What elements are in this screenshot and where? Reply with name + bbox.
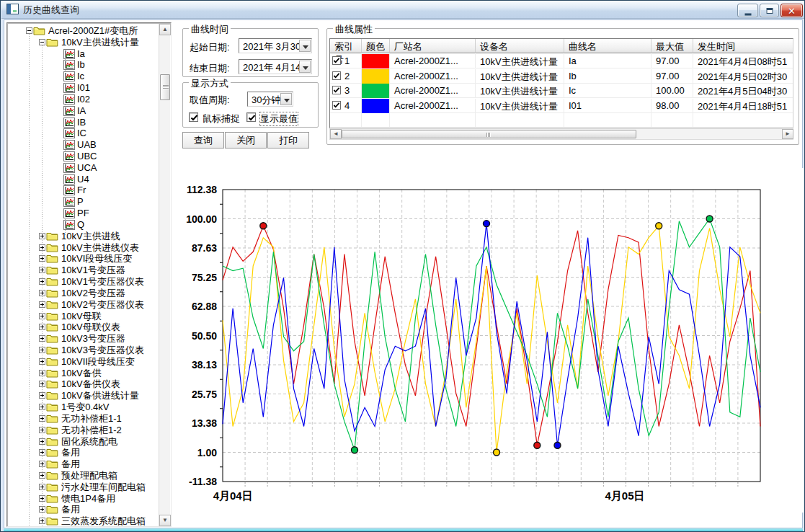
tree-item-备用[interactable]: 备用 — [7, 447, 159, 458]
scroll-right-arrow[interactable]: ► — [782, 129, 793, 139]
column-header-曲线名[interactable]: 曲线名 — [564, 39, 651, 53]
tree-item-IB[interactable]: IB — [7, 117, 159, 128]
tree-item-备用[interactable]: 备用 — [7, 504, 159, 515]
expand-plus-icon[interactable] — [39, 449, 45, 456]
table-row[interactable]: 2Acrel-2000Z1...10kV主供进线计量Ib97.002021年4月… — [330, 69, 793, 84]
expand-plus-icon[interactable] — [39, 255, 45, 262]
end-date-combobox[interactable]: 2021年 4月14 — [239, 59, 312, 74]
tree-item-UCA[interactable]: UCA — [7, 162, 159, 174]
tree-item-1号变0.4kV[interactable]: 1号变0.4kV — [7, 402, 159, 413]
expand-plus-icon[interactable] — [39, 335, 45, 342]
column-header-厂站名[interactable]: 厂站名 — [390, 39, 476, 53]
table-row[interactable]: 4Acrel-2000Z1...10kV主供进线计量I0198.002021年4… — [330, 99, 793, 113]
maximize-button[interactable] — [760, 4, 779, 17]
tree-item-10kV2号变压器[interactable]: 10kV2号变压器 — [7, 288, 159, 299]
tree-item-预处理配电箱[interactable]: 预处理配电箱 — [7, 470, 159, 482]
tree-item-10kV主供进线计量[interactable]: 10kV主供进线计量 — [7, 37, 159, 48]
tree-item-10kV3号变压器仪表[interactable]: 10kV3号变压器仪表 — [7, 345, 159, 356]
column-header-索引号[interactable]: 索引号 — [330, 39, 362, 53]
tree-item-馈电1P4备用[interactable]: 馈电1P4备用 — [7, 493, 159, 505]
expand-plus-icon[interactable] — [39, 461, 45, 467]
scroll-down-arrow[interactable]: ▼ — [159, 515, 171, 526]
mouse-capture-checkbox[interactable] — [189, 112, 198, 122]
query-button[interactable]: 查询 — [182, 132, 224, 148]
tree-item-固化系统配电[interactable]: 固化系统配电 — [7, 436, 159, 448]
expand-plus-icon[interactable] — [39, 290, 45, 296]
expand-plus-icon[interactable] — [39, 301, 45, 308]
show-extremes-label[interactable]: 显示最值 — [260, 112, 298, 125]
row-checkbox[interactable] — [332, 101, 341, 110]
tree-item-PF[interactable]: PF — [7, 208, 159, 219]
tree-scrollbar-thumb[interactable] — [160, 74, 170, 100]
scroll-left-arrow[interactable]: ◄ — [330, 129, 342, 139]
tree-item-UBC[interactable]: UBC — [7, 151, 159, 162]
close-button[interactable]: ✕ — [780, 4, 803, 17]
tree-item-10kV母联仪表[interactable]: 10kV母联仪表 — [7, 322, 159, 333]
expand-plus-icon[interactable] — [39, 404, 45, 410]
tree-item-10kV备供[interactable]: 10kV备供 — [7, 368, 159, 379]
tree-item-P[interactable]: P — [7, 196, 159, 208]
row-checkbox[interactable] — [332, 86, 341, 94]
table-row[interactable]: 3Acrel-2000Z1...10kV主供进线计量Ic100.002021年4… — [330, 84, 793, 98]
tree-item-Acrel-2000Z1#变电所[interactable]: Acrel-2000Z1#变电所 — [7, 25, 159, 37]
tree-item-备用[interactable]: 备用 — [7, 458, 159, 470]
chevron-down-icon[interactable] — [299, 40, 311, 52]
expand-plus-icon[interactable] — [39, 358, 45, 365]
tree-item-10kV备供仪表[interactable]: 10kV备供仪表 — [7, 378, 159, 390]
expand-plus-icon[interactable] — [39, 495, 45, 502]
tree-item-IC[interactable]: IC — [7, 128, 159, 139]
expand-plus-icon[interactable] — [39, 392, 45, 399]
tree-item-10kV主供进线[interactable]: 10kV主供进线 — [7, 231, 159, 242]
print-button[interactable]: 打印 — [267, 132, 309, 148]
curve-properties-table[interactable]: 索引号颜色厂站名设备名曲线名最大值发生时间 1Acrel-2000Z1...10… — [329, 38, 793, 128]
close-dialog-button[interactable]: 关闭 — [225, 132, 267, 148]
tree-item-Fr[interactable]: Fr — [7, 185, 159, 196]
tree-item-I02[interactable]: I02 — [7, 94, 159, 105]
column-header-最大值[interactable]: 最大值 — [651, 39, 693, 53]
expand-plus-icon[interactable] — [39, 267, 45, 273]
row-checkbox[interactable] — [332, 71, 341, 80]
tree-item-10kV主供进线仪表[interactable]: 10kV主供进线仪表 — [7, 242, 159, 254]
tree-item-Q[interactable]: Q — [7, 219, 159, 231]
minimize-button[interactable] — [737, 4, 758, 17]
tree-item-10kV2号变压器仪表[interactable]: 10kV2号变压器仪表 — [7, 299, 159, 311]
expand-plus-icon[interactable] — [39, 324, 45, 330]
expand-plus-icon[interactable] — [39, 472, 45, 479]
expand-plus-icon[interactable] — [39, 244, 45, 251]
expand-plus-icon[interactable] — [39, 347, 45, 353]
chevron-down-icon[interactable] — [299, 61, 311, 73]
scroll-up-arrow[interactable]: ▲ — [159, 24, 171, 35]
tree-item-无功补偿柜1-1[interactable]: 无功补偿柜1-1 — [7, 413, 159, 425]
collapse-minus-icon[interactable] — [26, 27, 32, 34]
tree-item-Ib[interactable]: Ib — [7, 59, 159, 71]
expand-plus-icon[interactable] — [39, 415, 45, 422]
tree-item-污水处理车间配电箱[interactable]: 污水处理车间配电箱 — [7, 482, 159, 493]
expand-plus-icon[interactable] — [39, 506, 45, 513]
tree-item-10kV母联[interactable]: 10kV母联 — [7, 311, 159, 322]
tree-item-Ia[interactable]: Ia — [7, 48, 159, 60]
table-horizontal-scrollbar[interactable]: ◄ ► — [329, 128, 793, 140]
expand-plus-icon[interactable] — [39, 438, 45, 445]
start-date-combobox[interactable]: 2021年 3月30 — [239, 38, 312, 53]
chevron-down-icon[interactable] — [280, 93, 292, 105]
tree-item-10kVI段母线压变[interactable]: 10kVI段母线压变 — [7, 253, 159, 265]
period-combobox[interactable]: 30分钟 — [247, 92, 293, 107]
tree-item-10kV3号变压器[interactable]: 10kV3号变压器 — [7, 333, 159, 345]
expand-plus-icon[interactable] — [39, 233, 45, 239]
tree-item-三效蒸发系统配电箱[interactable]: 三效蒸发系统配电箱 — [7, 515, 159, 527]
table-scrollbar-thumb[interactable] — [342, 130, 636, 138]
collapse-minus-icon[interactable] — [39, 39, 45, 45]
expand-plus-icon[interactable] — [39, 518, 45, 524]
table-row[interactable]: 1Acrel-2000Z1...10kV主供进线计量Ia97.002021年4月… — [330, 54, 793, 68]
tree-item-10kV1号变压器仪表[interactable]: 10kV1号变压器仪表 — [7, 276, 159, 288]
tree-vertical-scrollbar[interactable]: ▲ ▼ — [159, 24, 170, 526]
expand-plus-icon[interactable] — [39, 370, 45, 376]
tree-item-10kVII段母线压变[interactable]: 10kVII段母线压变 — [7, 356, 159, 368]
tree-item-10kV备供进线计量[interactable]: 10kV备供进线计量 — [7, 390, 159, 402]
tree-item-UAB[interactable]: UAB — [7, 139, 159, 151]
row-checkbox[interactable] — [332, 56, 341, 65]
tree-item-U4[interactable]: U4 — [7, 174, 159, 185]
tree-item-IA[interactable]: IA — [7, 105, 159, 117]
expand-plus-icon[interactable] — [39, 278, 45, 285]
expand-plus-icon[interactable] — [39, 381, 45, 387]
